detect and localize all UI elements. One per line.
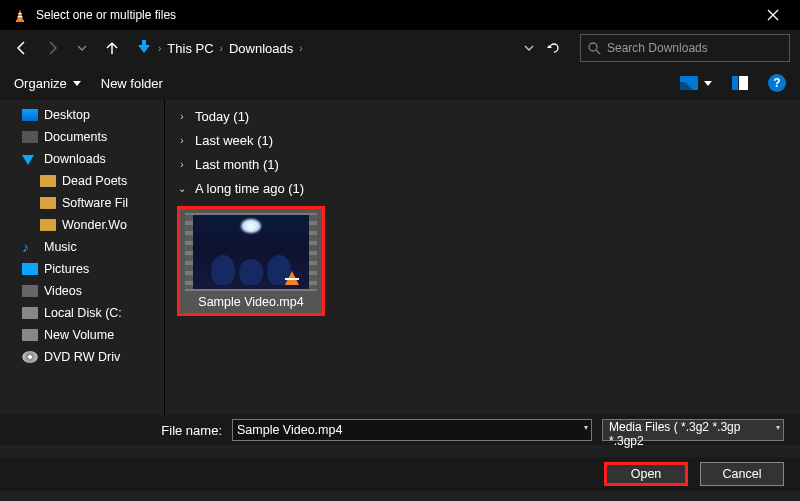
group-last-month[interactable]: ›Last month (1) bbox=[177, 152, 788, 176]
sidebar-item-dvd[interactable]: DVD RW Driv bbox=[4, 346, 164, 368]
nav-row: › This PC › Downloads › Search Downloads bbox=[0, 30, 800, 66]
sidebar-item-new-volume[interactable]: New Volume bbox=[4, 324, 164, 346]
toolbar: Organize New folder ? bbox=[0, 66, 800, 100]
video-thumbnail bbox=[185, 213, 317, 291]
sidebar-item-folder[interactable]: Dead Poets bbox=[4, 170, 164, 192]
chevron-down-icon: ⌄ bbox=[177, 183, 187, 194]
sidebar-label: Dead Poets bbox=[62, 174, 127, 188]
recent-dropdown[interactable] bbox=[70, 36, 94, 60]
disk-icon bbox=[22, 329, 38, 341]
sidebar-label: DVD RW Driv bbox=[44, 350, 120, 364]
group-label: A long time ago (1) bbox=[195, 181, 304, 196]
sidebar-item-documents[interactable]: Documents bbox=[4, 126, 164, 148]
svg-rect-5 bbox=[142, 40, 146, 46]
filetype-label: Media Files ( *.3g2 *.3gp *.3gp2 bbox=[609, 420, 740, 448]
preview-pane-icon bbox=[732, 76, 748, 90]
group-label: Last week (1) bbox=[195, 133, 273, 148]
disk-icon bbox=[22, 307, 38, 319]
chevron-right-icon: › bbox=[177, 111, 187, 122]
organize-menu[interactable]: Organize bbox=[14, 76, 81, 91]
sidebar-label: Software Fil bbox=[62, 196, 128, 210]
up-button[interactable] bbox=[100, 36, 124, 60]
sidebar-item-music[interactable]: ♪Music bbox=[4, 236, 164, 258]
search-input[interactable]: Search Downloads bbox=[580, 34, 790, 62]
breadcrumb-root[interactable]: This PC bbox=[167, 41, 213, 56]
group-label: Last month (1) bbox=[195, 157, 279, 172]
documents-icon bbox=[22, 131, 38, 143]
sidebar-label: Wonder.Wo bbox=[62, 218, 127, 232]
body: Desktop Documents Downloads Dead Poets S… bbox=[0, 100, 800, 440]
pictures-icon bbox=[22, 263, 38, 275]
svg-marker-4 bbox=[138, 45, 150, 53]
svg-marker-9 bbox=[73, 81, 81, 86]
filename-label: File name: bbox=[161, 423, 222, 438]
group-last-week[interactable]: ›Last week (1) bbox=[177, 128, 788, 152]
address-dropdown[interactable] bbox=[524, 43, 534, 53]
vlc-icon bbox=[12, 7, 28, 23]
sidebar-item-desktop[interactable]: Desktop bbox=[4, 104, 164, 126]
sidebar-label: Pictures bbox=[44, 262, 89, 276]
organize-label: Organize bbox=[14, 76, 67, 91]
svg-marker-10 bbox=[704, 81, 712, 86]
file-label: Sample Video.mp4 bbox=[198, 295, 303, 309]
sidebar-item-videos[interactable]: Videos bbox=[4, 280, 164, 302]
svg-marker-0 bbox=[17, 9, 23, 20]
filename-row: File name: ▾ Media Files ( *.3g2 *.3gp *… bbox=[0, 415, 800, 445]
sidebar-item-local-disk[interactable]: Local Disk (C: bbox=[4, 302, 164, 324]
close-button[interactable] bbox=[750, 0, 796, 30]
folder-icon bbox=[40, 197, 56, 209]
downloads-icon bbox=[22, 153, 38, 165]
sidebar-label: Local Disk (C: bbox=[44, 306, 122, 320]
search-placeholder: Search Downloads bbox=[607, 41, 708, 55]
filetype-select[interactable]: Media Files ( *.3g2 *.3gp *.3gp2 bbox=[602, 419, 784, 441]
filename-input[interactable] bbox=[232, 419, 592, 441]
chevron-down-icon bbox=[704, 79, 712, 87]
chevron-down-icon[interactable]: ▾ bbox=[776, 423, 780, 432]
sidebar: Desktop Documents Downloads Dead Poets S… bbox=[0, 100, 165, 440]
group-today[interactable]: ›Today (1) bbox=[177, 104, 788, 128]
videos-icon bbox=[22, 285, 38, 297]
file-tile-sample-video[interactable]: Sample Video.mp4 bbox=[177, 206, 325, 316]
svg-rect-1 bbox=[16, 20, 24, 22]
new-folder-label: New folder bbox=[101, 76, 163, 91]
folder-icon bbox=[40, 219, 56, 231]
chevron-down-icon[interactable]: ▾ bbox=[584, 423, 588, 432]
chevron-right-icon: › bbox=[220, 43, 223, 54]
breadcrumb-folder[interactable]: Downloads bbox=[229, 41, 293, 56]
back-button[interactable] bbox=[10, 36, 34, 60]
chevron-right-icon: › bbox=[158, 43, 161, 54]
dvd-icon bbox=[22, 351, 38, 363]
sidebar-item-folder[interactable]: Software Fil bbox=[4, 192, 164, 214]
sidebar-label: New Volume bbox=[44, 328, 114, 342]
forward-button[interactable] bbox=[40, 36, 64, 60]
breadcrumb[interactable]: › This PC › Downloads › bbox=[136, 40, 518, 56]
view-options[interactable] bbox=[680, 76, 712, 90]
sidebar-label: Desktop bbox=[44, 108, 90, 122]
chevron-down-icon bbox=[73, 79, 81, 87]
svg-point-7 bbox=[589, 43, 597, 51]
search-icon bbox=[587, 41, 601, 55]
sidebar-item-downloads[interactable]: Downloads bbox=[4, 148, 164, 170]
button-row: Open Cancel bbox=[0, 457, 800, 491]
sidebar-label: Music bbox=[44, 240, 77, 254]
group-long-time-ago[interactable]: ⌄A long time ago (1) bbox=[177, 176, 788, 200]
picture-icon bbox=[680, 76, 698, 90]
desktop-icon bbox=[22, 109, 38, 121]
sidebar-label: Downloads bbox=[44, 152, 106, 166]
window-title: Select one or multiple files bbox=[36, 8, 750, 22]
chevron-right-icon: › bbox=[299, 43, 302, 54]
help-button[interactable]: ? bbox=[768, 74, 786, 92]
sidebar-item-pictures[interactable]: Pictures bbox=[4, 258, 164, 280]
svg-rect-3 bbox=[18, 16, 23, 17]
new-folder-button[interactable]: New folder bbox=[101, 76, 163, 91]
cancel-button[interactable]: Cancel bbox=[700, 462, 784, 486]
open-button[interactable]: Open bbox=[604, 462, 688, 486]
svg-rect-2 bbox=[18, 13, 22, 14]
down-arrow-icon bbox=[136, 40, 152, 56]
titlebar: Select one or multiple files bbox=[0, 0, 800, 30]
svg-line-8 bbox=[596, 50, 600, 54]
folder-icon bbox=[40, 175, 56, 187]
preview-pane-toggle[interactable] bbox=[732, 76, 748, 90]
sidebar-item-folder[interactable]: Wonder.Wo bbox=[4, 214, 164, 236]
refresh-button[interactable] bbox=[546, 40, 562, 56]
